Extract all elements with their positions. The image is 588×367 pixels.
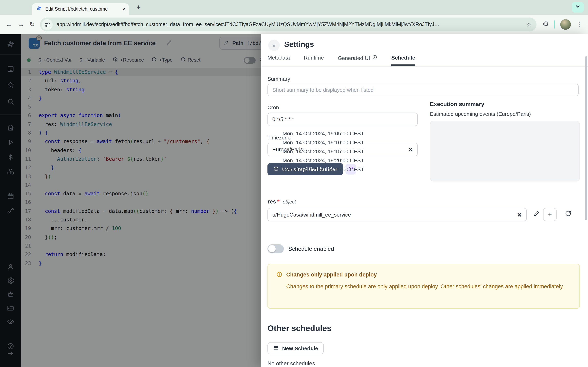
reload-button[interactable]: ↻ — [29, 21, 35, 28]
tab-close-icon[interactable]: × — [122, 6, 125, 12]
browser-tab[interactable]: Edit Script f/bd/fetch_custome × — [32, 3, 129, 15]
execution-summary-subheading: Estimated upcoming events (Europe/Paris) — [430, 111, 531, 117]
upcoming-event: Mon, 14 Oct 2024, 19:25:00 CEST — [283, 166, 364, 173]
address-bar[interactable]: app.windmill.dev/scripts/edit/f/bd/fetch… — [40, 17, 536, 31]
windmill-favicon — [36, 5, 42, 13]
res-resource-input[interactable]: u/HugoCasa/windmill_ee_service ✕ — [268, 208, 527, 221]
summary-label: Summary — [268, 76, 290, 82]
tab-schedule[interactable]: Schedule — [391, 55, 415, 66]
res-field-label: res* object — [268, 198, 296, 205]
tab-title: Edit Script f/bd/fetch_custome — [45, 7, 119, 11]
close-settings-button[interactable]: × — [268, 40, 280, 51]
tab-runtime[interactable]: Runtime — [304, 55, 324, 66]
plus-icon: + — [548, 210, 552, 218]
settings-tabs: Metadata Runtime Generated UI Schedule — [261, 55, 588, 67]
upcoming-event: Mon, 14 Oct 2024, 19:10:00 CEST — [283, 140, 364, 146]
upcoming-event: Mon, 14 Oct 2024, 19:15:00 CEST — [283, 149, 364, 155]
profile-avatar[interactable] — [560, 19, 571, 30]
clock-icon — [273, 166, 279, 173]
schedule-enabled-toggle[interactable] — [268, 244, 284, 253]
edit-resource-pencil-icon[interactable] — [531, 210, 543, 217]
drawer-scrollbar[interactable] — [585, 56, 587, 220]
cron-label: Cron — [268, 104, 279, 110]
add-resource-plus-button[interactable]: + — [543, 208, 557, 221]
warning-icon — [276, 271, 283, 279]
modal-overlay[interactable] — [0, 34, 261, 367]
upcoming-event: Mon, 14 Oct 2024, 19:20:00 CEST — [283, 157, 364, 164]
tab-search-button[interactable] — [572, 2, 584, 13]
refresh-resource-icon[interactable] — [562, 210, 574, 217]
site-info-button[interactable] — [42, 19, 53, 30]
other-schedules-heading: Other schedules — [268, 324, 331, 333]
calendar-icon — [273, 345, 279, 352]
clear-resource-icon[interactable]: ✕ — [517, 211, 522, 218]
new-tab-button[interactable]: + — [136, 3, 141, 12]
toolbar-separator — [554, 20, 555, 29]
cron-input[interactable]: 0 */5 * * * — [268, 113, 418, 126]
chevron-down-icon — [575, 4, 581, 11]
settings-title: Settings — [284, 40, 314, 49]
tab-metadata[interactable]: Metadata — [268, 55, 290, 66]
new-schedule-button[interactable]: New Schedule — [268, 342, 324, 354]
deploy-warning-box: Changes only applied upon deploy Changes… — [268, 264, 580, 309]
back-button[interactable]: ← — [6, 21, 12, 28]
summary-input[interactable]: Short summary to be displayed when liste… — [268, 83, 579, 96]
browser-menu-icon[interactable]: ⋮ — [576, 21, 582, 28]
warning-title: Changes only applied upon deploy — [286, 272, 377, 278]
upcoming-events-box — [430, 121, 580, 182]
forward-button[interactable]: → — [17, 21, 24, 28]
tab-generated-ui[interactable]: Generated UI — [338, 55, 377, 66]
warning-body: Changes to the primary schedule are only… — [286, 282, 568, 291]
extensions-icon[interactable] — [542, 20, 549, 29]
url-text: app.windmill.dev/scripts/edit/f/bd/fetch… — [57, 22, 522, 27]
schedule-enabled-label: Schedule enabled — [288, 245, 334, 252]
windmill-app: TS Fetch customer data from EE service P… — [0, 34, 588, 367]
no-other-schedules-text: No other schedules — [268, 360, 315, 367]
browser-toolbar: ← → ↻ app.windmill.dev/scripts/edit/f/bd… — [0, 15, 588, 34]
upcoming-event: Mon, 14 Oct 2024, 19:05:00 CEST — [283, 131, 364, 137]
info-icon — [372, 55, 378, 61]
screen: Edit Script f/bd/fetch_custome × + ← → ↻… — [0, 0, 588, 367]
bookmark-star-icon[interactable]: ☆ — [526, 21, 532, 28]
settings-drawer: × Settings Metadata Runtime Generated UI… — [261, 34, 588, 367]
browser-tabstrip: Edit Script f/bd/fetch_custome × + — [0, 0, 588, 15]
execution-summary-heading: Execution summary — [430, 101, 484, 107]
clear-timezone-icon[interactable]: ✕ — [408, 146, 413, 153]
close-icon: × — [272, 42, 276, 49]
